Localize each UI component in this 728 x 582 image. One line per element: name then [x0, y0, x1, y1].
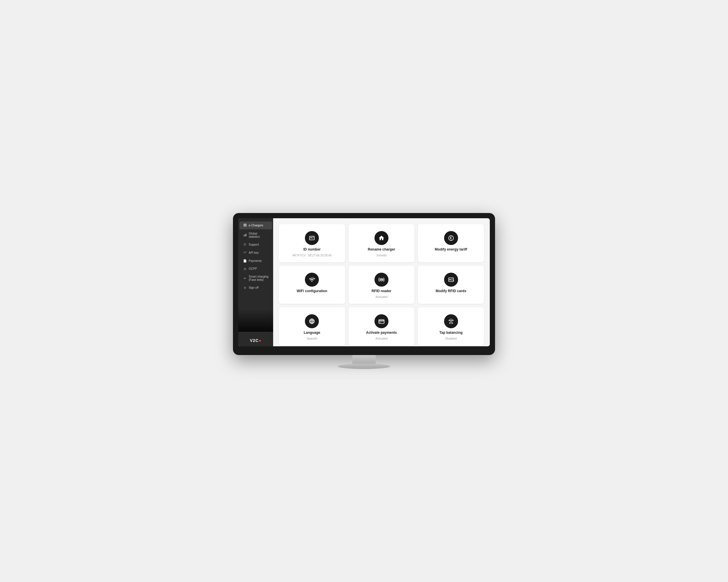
- modify-energy-tariff-icon-circle: €: [444, 231, 458, 245]
- rfid-reader-subtitle: Activated: [375, 295, 387, 299]
- wifi-configuration-icon-circle: [305, 273, 319, 287]
- rfid-reader-icon-circle: RFID: [374, 273, 388, 287]
- sidebar-logo: V2C●: [250, 338, 261, 343]
- activate-payments-title: Activate payments: [366, 331, 397, 335]
- tap-balancing-title: Tap balancing: [439, 331, 463, 335]
- activate-payments-icon-circle: [374, 314, 388, 328]
- card-modify-energy-tariff[interactable]: € Modify energy tariff: [418, 224, 484, 262]
- sidebar-label-smart-charging: Smart charging (Fase beta): [249, 275, 268, 281]
- sidebar-label-payments: Payments: [249, 259, 261, 262]
- tap-balancing-subtitle: Disabled: [445, 337, 457, 340]
- svg-rect-2: [243, 225, 244, 226]
- grid-container: ID number AKYF7CV · b8:27:eb:33:28:d0 Re…: [279, 224, 484, 345]
- sign-off-icon: ⊙: [243, 286, 247, 289]
- sidebar-label-support: Support: [249, 243, 259, 246]
- id-number-subtitle: AKYF7CV · b8:27:eb:33:28:d0: [292, 254, 332, 257]
- svg-rect-22: [379, 321, 384, 321]
- svg-rect-4: [243, 235, 244, 236]
- card-rename-charger[interactable]: Rename charger Xirivella: [348, 224, 415, 262]
- sidebar-label-ocpp: OCPP: [249, 267, 257, 270]
- rename-charger-subtitle: Xirivella: [376, 254, 386, 257]
- card-rfid-reader[interactable]: RFID RFID reader Activated: [348, 266, 415, 304]
- svg-rect-5: [244, 234, 245, 236]
- svg-rect-3: [245, 225, 246, 226]
- global-statistics-icon: [243, 233, 247, 237]
- modify-rfid-cards-title: Modify RFID cards: [436, 289, 466, 293]
- sidebar-item-e-chargers[interactable]: e-Chargers: [239, 221, 272, 229]
- sidebar: e-Chargers Global statistics ⏱ Support: [238, 218, 273, 346]
- e-chargers-icon: [243, 223, 247, 227]
- language-subtitle: Spanish: [307, 337, 317, 340]
- svg-rect-1: [245, 224, 246, 225]
- sidebar-item-payments[interactable]: 📄 Payments: [239, 257, 272, 265]
- monitor-base: [338, 364, 390, 369]
- rfid-reader-title: RFID reader: [371, 289, 391, 293]
- api-key-icon: </>: [243, 251, 247, 255]
- svg-rect-6: [246, 233, 246, 236]
- sidebar-item-ocpp[interactable]: ◎ OCPP: [239, 265, 272, 272]
- rename-charger-icon-circle: [374, 231, 388, 245]
- monitor-screen: e-Chargers Global statistics ⏱ Support: [238, 218, 490, 346]
- svg-text:</>: </>: [243, 251, 246, 254]
- smart-charging-icon: ✏: [243, 277, 247, 280]
- id-number-title: ID number: [304, 247, 321, 251]
- svg-text:€: €: [450, 236, 452, 240]
- sidebar-item-api-key[interactable]: </> API key: [239, 249, 272, 257]
- svg-rect-8: [310, 236, 314, 240]
- monitor-neck: [353, 355, 375, 364]
- wifi-configuration-title: WiFi configuration: [297, 289, 327, 293]
- card-id-number[interactable]: ID number AKYF7CV · b8:27:eb:33:28:d0: [279, 224, 345, 262]
- card-modify-rfid-cards[interactable]: Modify RFID cards: [418, 266, 484, 304]
- sidebar-label-global-statistics: Global statistics: [249, 232, 268, 238]
- support-icon: ⏱: [243, 243, 247, 246]
- monitor-frame: e-Chargers Global statistics ⏱ Support: [233, 213, 495, 355]
- payments-icon: 📄: [243, 259, 247, 262]
- svg-rect-0: [243, 224, 244, 225]
- modify-energy-tariff-title: Modify energy tariff: [435, 247, 467, 251]
- svg-point-9: [310, 237, 312, 239]
- card-activate-payments[interactable]: Activate payments Activated: [348, 307, 415, 345]
- svg-point-18: [449, 279, 451, 280]
- sidebar-item-support[interactable]: ⏱ Support: [239, 241, 272, 248]
- sidebar-background: [238, 308, 273, 332]
- sidebar-item-sign-off[interactable]: ⊙ Sign off: [239, 284, 272, 291]
- language-icon-circle: [305, 314, 319, 328]
- svg-text:RFID: RFID: [380, 279, 384, 280]
- svg-rect-21: [379, 320, 384, 324]
- main-content: ID number AKYF7CV · b8:27:eb:33:28:d0 Re…: [273, 218, 490, 346]
- ocpp-icon: ◎: [243, 267, 247, 270]
- sidebar-label-api-key: API key: [249, 251, 259, 254]
- rename-charger-title: Rename charger: [368, 247, 395, 251]
- svg-rect-23: [380, 322, 381, 323]
- card-wifi-configuration[interactable]: WiFi configuration: [279, 266, 345, 304]
- card-tap-balancing[interactable]: Tap balancing Disabled: [418, 307, 484, 345]
- sidebar-item-smart-charging[interactable]: ✏ Smart charging (Fase beta): [239, 273, 272, 283]
- activate-payments-subtitle: Activated: [375, 337, 387, 340]
- sidebar-label-sign-off: Sign off: [249, 286, 259, 289]
- card-language[interactable]: Language Spanish: [279, 307, 345, 345]
- monitor-wrapper: e-Chargers Global statistics ⏱ Support: [233, 213, 495, 369]
- id-number-icon-circle: [305, 231, 319, 245]
- sidebar-label-e-chargers: e-Chargers: [249, 224, 263, 227]
- tap-balancing-icon-circle: [444, 314, 458, 328]
- sidebar-item-global-statistics[interactable]: Global statistics: [239, 230, 272, 240]
- language-title: Language: [304, 331, 320, 335]
- modify-rfid-cards-icon-circle: [444, 273, 458, 287]
